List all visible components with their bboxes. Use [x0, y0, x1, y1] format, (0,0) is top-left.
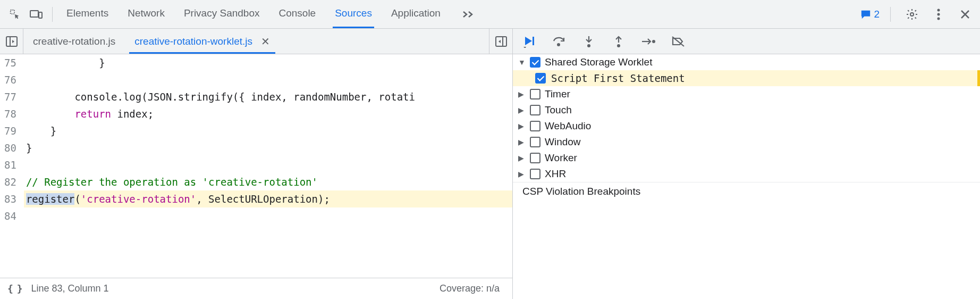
tab-application[interactable]: Application [389, 0, 443, 28]
breakpoint-group-header[interactable]: Touch [513, 102, 980, 118]
code-lines: } console.log(JSON.stringify({ index, ra… [24, 54, 512, 278]
status-bar: { } Line 83, Column 1 Coverage: n/a [0, 278, 512, 299]
checkbox[interactable] [530, 89, 540, 99]
breakpoint-item-script-first-statement[interactable]: Script First Statement [513, 70, 980, 86]
breakpoint-group-shared-storage: Shared Storage Worklet Script First Stat… [513, 54, 980, 86]
code-line: console.log(JSON.stringify({ index, rand… [24, 88, 512, 105]
line-number[interactable]: 84 [4, 207, 16, 225]
expand-icon [518, 106, 526, 114]
breakpoint-item-label: Script First Statement [551, 72, 685, 84]
checkbox[interactable] [530, 153, 540, 163]
breakpoint-group-header[interactable]: XHR [513, 166, 980, 182]
device-toggle-icon[interactable] [26, 4, 47, 25]
messages-badge[interactable]: 2 [860, 9, 880, 20]
checkbox[interactable] [530, 57, 540, 68]
file-tab-label: creative-rotation.js [33, 36, 115, 47]
expand-icon [518, 58, 526, 67]
code-line: register('creative-rotation', SelectURLO… [24, 190, 512, 207]
line-number[interactable]: 79 [4, 122, 16, 139]
breakpoint-group-label: Worker [545, 152, 577, 164]
tab-sources[interactable]: Sources [333, 0, 374, 28]
debugger-sidebar: Shared Storage Worklet Script First Stat… [513, 54, 980, 299]
svg-point-12 [617, 44, 620, 47]
line-number[interactable]: 75 [4, 54, 16, 71]
svg-point-4 [937, 9, 940, 11]
line-number[interactable]: 81 [4, 156, 16, 173]
breakpoint-group-label: XHR [545, 168, 566, 180]
svg-point-6 [937, 17, 940, 20]
toolbar-divider [52, 7, 53, 22]
breakpoint-group-label: Shared Storage Worklet [545, 56, 652, 68]
expand-icon [518, 138, 526, 146]
line-number[interactable]: 80 [4, 139, 16, 156]
checkbox[interactable] [530, 121, 540, 131]
tab-network[interactable]: Network [125, 0, 167, 28]
pretty-print-icon[interactable]: { } [7, 283, 22, 294]
code-line: } [24, 54, 512, 71]
more-tabs-icon[interactable] [458, 4, 479, 25]
cursor-position: Line 83, Column 1 [31, 283, 109, 294]
line-number[interactable]: 82 [4, 173, 16, 190]
file-tab-label: creative-rotation-worklet.js [134, 36, 252, 47]
line-number[interactable]: 83 [4, 190, 16, 207]
breakpoint-group-header[interactable]: Worker [513, 150, 980, 166]
breakpoint-group-header[interactable]: Shared Storage Worklet [513, 54, 980, 70]
expand-icon [518, 90, 526, 98]
code-line: } [24, 139, 512, 156]
step-into-icon[interactable] [581, 35, 597, 48]
close-devtools-icon[interactable] [954, 4, 976, 25]
code-line [24, 207, 512, 225]
breakpoint-group-header[interactable]: WebAudio [513, 118, 980, 134]
svg-rect-8 [496, 37, 506, 46]
breakpoint-group-label: Window [545, 136, 581, 148]
tab-privacy-sandbox[interactable]: Privacy Sandbox [182, 0, 262, 28]
tab-console[interactable]: Console [276, 0, 318, 28]
expand-icon [518, 122, 526, 130]
resume-icon[interactable] [521, 35, 537, 48]
settings-icon[interactable] [901, 4, 923, 25]
code-line: // Register the operation as 'creative-r… [24, 173, 512, 190]
breakpoint-group-header[interactable]: Window [513, 134, 980, 150]
svg-rect-2 [39, 12, 42, 18]
step-out-icon[interactable] [611, 35, 627, 48]
checkbox[interactable] [530, 169, 540, 179]
code-editor[interactable]: 75767778798081828384 } console.log(JSON.… [0, 54, 512, 278]
deactivate-breakpoints-icon[interactable] [670, 36, 686, 47]
expand-icon [518, 170, 526, 178]
line-gutter: 75767778798081828384 [0, 54, 24, 278]
svg-rect-1 [30, 11, 38, 17]
line-number[interactable]: 78 [4, 105, 16, 122]
navigator-toggle-icon[interactable] [0, 29, 23, 54]
main-area: 75767778798081828384 } console.log(JSON.… [0, 54, 980, 299]
breakpoint-group-label: Touch [545, 104, 572, 116]
debug-toolbar [513, 29, 980, 54]
svg-rect-9 [533, 37, 534, 45]
line-number[interactable]: 76 [4, 71, 16, 88]
svg-point-10 [557, 43, 560, 46]
line-number[interactable]: 77 [4, 88, 16, 105]
breakpoint-group-label: Timer [545, 88, 570, 100]
kebab-menu-icon[interactable] [928, 4, 949, 25]
coverage-status: Coverage: n/a [440, 283, 505, 294]
debugger-toggle-icon[interactable] [489, 29, 512, 54]
second-row: creative-rotation.js creative-rotation-w… [0, 29, 980, 54]
file-tabs-area: creative-rotation.js creative-rotation-w… [0, 29, 513, 54]
checkbox[interactable] [535, 73, 546, 84]
checkbox[interactable] [530, 137, 540, 147]
step-over-icon[interactable] [551, 36, 567, 47]
svg-point-5 [937, 13, 940, 15]
file-tab-creative-rotation-worklet[interactable]: creative-rotation-worklet.js ✕ [125, 29, 280, 54]
toolbar-right: 2 [860, 4, 976, 25]
inspect-icon[interactable] [4, 4, 26, 25]
tab-elements[interactable]: Elements [64, 0, 111, 28]
code-line: } [24, 122, 512, 139]
section-csp-violation[interactable]: CSP Violation Breakpoints [513, 182, 980, 201]
file-tab-creative-rotation[interactable]: creative-rotation.js [23, 29, 125, 54]
code-pane: 75767778798081828384 } console.log(JSON.… [0, 54, 513, 299]
step-icon[interactable] [640, 37, 656, 46]
breakpoint-group-header[interactable]: Timer [513, 86, 980, 102]
close-tab-icon[interactable]: ✕ [261, 35, 270, 48]
checkbox[interactable] [530, 105, 540, 115]
panel-tabs: Elements Network Privacy Sandbox Console… [64, 0, 860, 28]
messages-count: 2 [874, 9, 880, 20]
